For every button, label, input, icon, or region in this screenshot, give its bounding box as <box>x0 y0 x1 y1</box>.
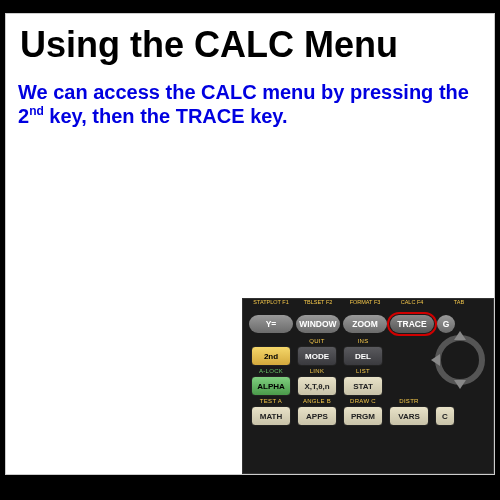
slide: Using the CALC Menu We can access the CA… <box>6 14 494 474</box>
graph-button-partial[interactable]: G <box>437 315 455 333</box>
slide-body: We can access the CALC menu by pressing … <box>6 72 494 129</box>
label-ins: INS <box>358 338 369 345</box>
arrow-left-icon <box>431 354 440 366</box>
label-quit: QUIT <box>309 338 325 345</box>
clear-button-partial[interactable]: C <box>435 406 455 426</box>
alpha-button[interactable]: ALPHA <box>251 376 291 396</box>
mode-button[interactable]: MODE <box>297 346 337 366</box>
xt-button[interactable]: X,T,θ,n <box>297 376 337 396</box>
label-angle: ANGLE B <box>303 398 331 405</box>
arrow-down-icon <box>454 380 466 389</box>
label-format: FORMAT F3 <box>343 299 387 305</box>
label-distr: DISTR <box>399 398 419 405</box>
window-button[interactable]: WINDOW <box>296 315 340 333</box>
slide-title: Using the CALC Menu <box>6 14 494 72</box>
apps-button[interactable]: APPS <box>297 406 337 426</box>
zoom-button[interactable]: ZOOM <box>343 315 387 333</box>
highlight-ring-icon <box>387 312 437 336</box>
stat-button[interactable]: STAT <box>343 376 383 396</box>
top-label-row: STATPLOT F1 TBLSET F2 FORMAT F3 CALC F4 … <box>243 299 493 305</box>
trace-button[interactable]: TRACE <box>390 315 434 333</box>
label-draw: DRAW C <box>350 398 376 405</box>
arrow-up-icon <box>454 331 466 340</box>
dpad-ring-icon <box>435 335 485 385</box>
label-test: TEST A <box>260 398 282 405</box>
math-button[interactable]: MATH <box>251 406 291 426</box>
second-button[interactable]: 2nd <box>251 346 291 366</box>
dpad[interactable] <box>433 333 487 387</box>
label-link: LINK <box>310 368 325 375</box>
label-tblset: TBLSET F2 <box>296 299 340 305</box>
label-calc: CALC F4 <box>390 299 434 305</box>
label-list: LIST <box>356 368 370 375</box>
label-statplot: STATPLOT F1 <box>249 299 293 305</box>
vars-button[interactable]: VARS <box>389 406 429 426</box>
label-alock: A-LOCK <box>259 368 283 375</box>
body-part-2: key, then the TRACE key. <box>44 105 288 127</box>
prgm-button[interactable]: PRGM <box>343 406 383 426</box>
button-row-4: TEST AMATH ANGLE BAPPS DRAW CPRGM DISTRV… <box>243 397 493 427</box>
del-button[interactable]: DEL <box>343 346 383 366</box>
y-equals-button[interactable]: Y= <box>249 315 293 333</box>
label-tab: TAB <box>437 299 481 305</box>
superscript-nd: nd <box>29 105 44 119</box>
calculator-image: STATPLOT F1 TBLSET F2 FORMAT F3 CALC F4 … <box>242 298 494 474</box>
